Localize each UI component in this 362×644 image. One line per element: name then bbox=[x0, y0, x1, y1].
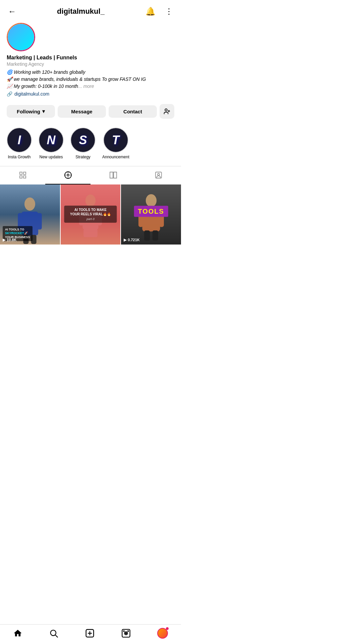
tab-guide[interactable] bbox=[90, 166, 136, 184]
highlight-letter-i: I bbox=[17, 133, 21, 147]
bio-text: 🌀 Working with 120+ brands globally 🚀 we… bbox=[7, 69, 174, 90]
svg-rect-5 bbox=[20, 176, 22, 178]
svg-rect-3 bbox=[20, 172, 22, 174]
tab-reels[interactable] bbox=[45, 166, 90, 184]
bio-name: Marketing | Leads | Funnels bbox=[7, 55, 174, 61]
bio-category: Marketing Agency bbox=[7, 61, 174, 67]
action-buttons: Following ▾ Message Contact bbox=[0, 101, 181, 122]
svg-point-15 bbox=[24, 197, 35, 210]
highlight-insta-growth[interactable]: I Insta Growth bbox=[7, 127, 32, 159]
highlight-announcement[interactable]: T Announcement bbox=[102, 127, 129, 159]
bio-website-link[interactable]: 🔗 digitalmukul.com bbox=[7, 91, 174, 97]
svg-rect-30 bbox=[144, 230, 150, 240]
post1-count: ▶ 10.8K bbox=[3, 237, 16, 242]
grid-item-3[interactable]: TOOLS ▶ 0.721K bbox=[121, 184, 181, 245]
content-grid: AI TOOLS TOSKYROCKET🚀YOUR BUSINESS ▶ 10.… bbox=[0, 184, 181, 245]
avatar-section bbox=[0, 23, 181, 55]
header-icons: 🔔 ⋮ bbox=[144, 5, 174, 17]
svg-rect-18 bbox=[37, 213, 42, 229]
post3-tools-label: TOOLS bbox=[134, 206, 168, 217]
highlight-label-announcement: Announcement bbox=[102, 155, 129, 159]
back-button[interactable]: ← bbox=[7, 5, 17, 17]
highlight-new-updates[interactable]: N New updates bbox=[39, 127, 64, 159]
highlight-label-new-updates: New updates bbox=[39, 155, 63, 159]
message-button[interactable]: Message bbox=[58, 105, 106, 118]
header: ← digitalmukul_ 🔔 ⋮ bbox=[0, 0, 181, 23]
grid-item-1[interactable]: AI TOOLS TOSKYROCKET🚀YOUR BUSINESS ▶ 10.… bbox=[0, 184, 60, 245]
bio-line3: 🌀 Working with 120+ brands globally bbox=[7, 69, 85, 75]
highlight-letter-t: T bbox=[112, 133, 119, 147]
following-button[interactable]: Following ▾ bbox=[7, 105, 55, 118]
highlight-strategy[interactable]: S Strategy bbox=[70, 127, 96, 159]
highlight-label-insta-growth: Insta Growth bbox=[8, 155, 31, 159]
svg-rect-25 bbox=[83, 229, 98, 237]
chevron-down-icon: ▾ bbox=[42, 108, 45, 114]
grid-item-2[interactable]: AI TOOLS TO MAKEYOUR REELS VIRAL🔥🔥 part-… bbox=[61, 184, 121, 245]
profile-username: digitalmukul_ bbox=[57, 7, 105, 16]
svg-point-26 bbox=[146, 194, 157, 207]
bio-more[interactable]: ... more bbox=[78, 84, 94, 89]
post3-count: ▶ 0.721K bbox=[124, 237, 139, 242]
more-options-icon[interactable]: ⋮ bbox=[164, 5, 174, 17]
tab-grid[interactable] bbox=[0, 166, 45, 184]
bio-line5: 📈 My growth: 0-100k in 10 month bbox=[7, 84, 78, 89]
svg-point-8 bbox=[67, 174, 69, 176]
tab-tagged[interactable] bbox=[136, 166, 181, 184]
svg-point-14 bbox=[158, 173, 160, 175]
svg-point-21 bbox=[85, 195, 96, 207]
bio-section: Marketing | Leads | Funnels Marketing Ag… bbox=[0, 55, 181, 101]
contact-button[interactable]: Contact bbox=[109, 105, 157, 118]
svg-rect-31 bbox=[152, 230, 158, 240]
highlight-letter-s: S bbox=[79, 133, 87, 147]
svg-point-0 bbox=[165, 109, 167, 111]
highlight-label-strategy: Strategy bbox=[75, 155, 90, 159]
website-icon: 🔗 bbox=[7, 91, 12, 97]
notification-bell-icon[interactable]: 🔔 bbox=[144, 5, 157, 17]
svg-rect-4 bbox=[23, 172, 26, 174]
highlight-letter-n: N bbox=[47, 133, 56, 147]
avatar[interactable] bbox=[7, 23, 35, 51]
website-url: digitalmukul.com bbox=[14, 91, 49, 97]
bio-line4: 🚀 we manage brands, individuals & startu… bbox=[7, 76, 146, 82]
add-friend-button[interactable] bbox=[160, 104, 174, 119]
tab-bar bbox=[0, 166, 181, 184]
post2-center-text: AI TOOLS TO MAKEYOUR REELS VIRAL🔥🔥 part-… bbox=[64, 206, 117, 223]
svg-rect-6 bbox=[23, 176, 26, 178]
highlights-section: I Insta Growth N New updates S Strategy … bbox=[0, 122, 181, 165]
